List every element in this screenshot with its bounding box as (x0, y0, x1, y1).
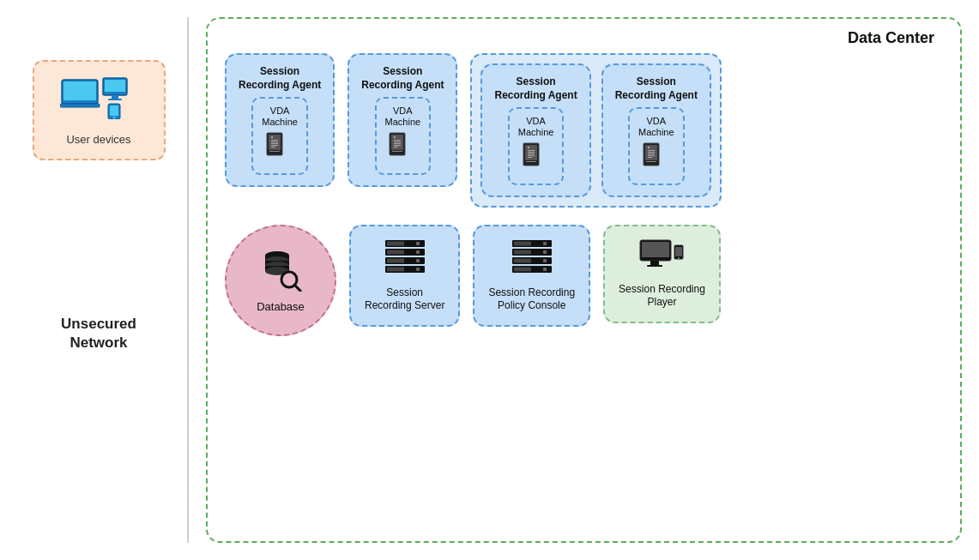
main-container: User devices Unsecured Network Data Cent… (0, 0, 979, 560)
svg-rect-72 (543, 250, 547, 254)
svg-rect-56 (387, 241, 404, 245)
unsecured-network-label: Unsecured Network (61, 315, 136, 352)
svg-rect-77 (514, 267, 531, 271)
svg-rect-33 (528, 152, 535, 153)
svg-point-9 (113, 117, 116, 119)
agent-box-3-4-container: SessionRecording Agent VDAMachine (470, 53, 721, 208)
agent-box-3: SessionRecording Agent VDAMachine (480, 63, 590, 197)
svg-rect-71 (514, 250, 531, 254)
agent-3-vda: VDAMachine (518, 116, 554, 138)
svg-rect-14 (271, 140, 278, 141)
svg-rect-8 (110, 105, 118, 116)
policy-console-icon (511, 238, 553, 280)
svg-rect-62 (387, 258, 404, 262)
svg-rect-30 (526, 161, 536, 162)
session-recording-policy-box: Session RecordingPolicy Console (473, 225, 590, 327)
svg-rect-39 (646, 161, 656, 162)
svg-rect-41 (648, 150, 655, 151)
svg-rect-6 (108, 99, 122, 100)
svg-rect-32 (528, 150, 535, 151)
agent-2-vda: VDAMachine (385, 105, 421, 128)
svg-rect-81 (650, 261, 659, 265)
agent-box-4: SessionRecording Agent VDAMachine (601, 63, 711, 197)
svg-rect-23 (394, 140, 401, 141)
server-icon (384, 238, 426, 280)
data-center-title: Data Center (848, 29, 934, 47)
server-recording-server-title: SessionRecording Server (365, 286, 444, 313)
data-center-panel: Data Center SessionRecording Agent VDAMa… (206, 17, 962, 543)
agent-4-inner: VDAMachine (628, 107, 685, 184)
svg-rect-57 (416, 242, 420, 245)
agent-3-inner: VDAMachine (508, 107, 565, 184)
user-devices-label: User devices (66, 133, 130, 146)
svg-rect-69 (543, 242, 547, 245)
database-label: Database (257, 300, 305, 313)
svg-point-85 (678, 257, 680, 259)
agent-1-icon (265, 132, 294, 166)
svg-rect-36 (528, 157, 532, 158)
database-icon (258, 247, 303, 295)
svg-rect-59 (387, 250, 404, 254)
svg-rect-65 (387, 267, 404, 271)
agent-1-title: SessionRecording Agent (239, 65, 321, 92)
svg-rect-4 (105, 80, 125, 92)
agent-4-title: SessionRecording Agent (615, 75, 698, 102)
svg-rect-68 (514, 241, 531, 245)
svg-rect-60 (416, 250, 420, 254)
svg-rect-66 (416, 268, 420, 271)
svg-rect-82 (647, 265, 662, 267)
svg-rect-34 (528, 154, 535, 154)
agent-box-2: SessionRecording Agent VDAMachine (347, 53, 457, 187)
agent-2-inner: VDAMachine (375, 97, 432, 174)
svg-rect-21 (392, 151, 402, 152)
svg-rect-16 (271, 143, 278, 144)
policy-console-title: Session RecordingPolicy Console (488, 286, 575, 313)
player-title: Session RecordingPlayer (619, 283, 705, 310)
svg-rect-74 (514, 258, 531, 262)
svg-rect-75 (543, 259, 547, 262)
session-recording-player-box: Session RecordingPlayer (603, 225, 721, 323)
agent-3-title: SessionRecording Agent (494, 75, 577, 102)
user-devices-icon (60, 75, 137, 124)
svg-rect-35 (528, 155, 535, 156)
svg-rect-31 (528, 147, 529, 148)
agent-3-icon (522, 142, 551, 177)
agent-4-icon (642, 142, 671, 177)
svg-rect-78 (543, 268, 547, 271)
agent-4-vda: VDAMachine (638, 116, 674, 138)
svg-rect-22 (394, 136, 396, 138)
svg-rect-18 (271, 147, 275, 148)
agent-2-title: SessionRecording Agent (361, 65, 444, 92)
bottom-row: Database (225, 225, 943, 336)
svg-rect-26 (394, 145, 401, 146)
svg-rect-45 (648, 157, 652, 158)
session-recording-server-box: SessionRecording Server (349, 225, 460, 327)
svg-rect-43 (648, 154, 655, 154)
left-panel: User devices Unsecured Network (9, 17, 189, 543)
agent-box-1: SessionRecording Agent VDAMachine (225, 53, 335, 187)
user-devices-box: User devices (33, 60, 166, 160)
agent-1-vda: VDAMachine (262, 105, 298, 128)
svg-rect-40 (648, 147, 650, 148)
svg-rect-12 (269, 151, 280, 152)
svg-rect-15 (271, 142, 278, 142)
svg-rect-25 (394, 143, 401, 144)
svg-rect-2 (60, 104, 100, 107)
agent-1-inner: VDAMachine (251, 97, 308, 174)
agents-row: SessionRecording Agent VDAMachine (225, 53, 943, 208)
svg-rect-63 (416, 259, 420, 262)
svg-rect-80 (642, 242, 669, 257)
svg-rect-42 (648, 152, 655, 153)
database-box: Database (225, 225, 336, 336)
svg-rect-84 (675, 247, 682, 256)
svg-rect-5 (112, 95, 118, 99)
agent-2-icon (388, 132, 417, 166)
svg-rect-17 (271, 145, 278, 146)
svg-rect-1 (63, 81, 96, 100)
svg-rect-27 (394, 147, 398, 148)
player-icon (638, 238, 685, 276)
svg-rect-13 (271, 136, 273, 138)
svg-rect-24 (394, 142, 401, 142)
svg-line-54 (295, 286, 300, 291)
svg-rect-44 (648, 155, 655, 156)
